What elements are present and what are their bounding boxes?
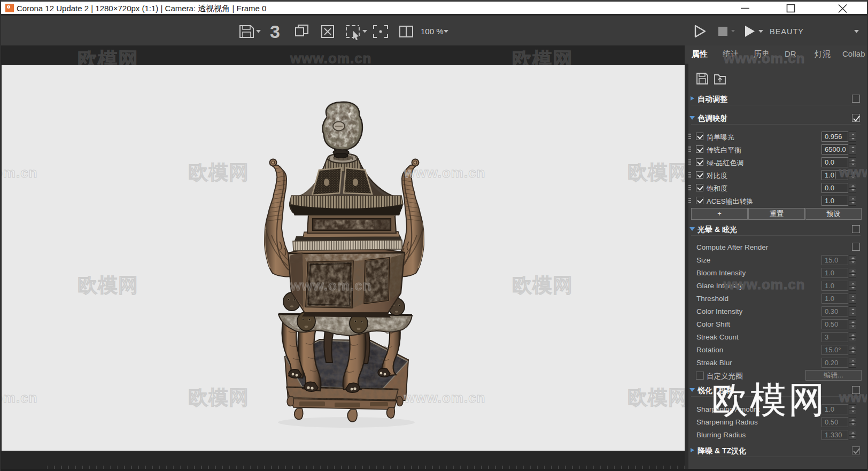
svg-text:100 %: 100 % [421,27,444,36]
svg-text:BEAUTY: BEAUTY [770,27,804,36]
svg-text:3: 3 [270,21,280,42]
